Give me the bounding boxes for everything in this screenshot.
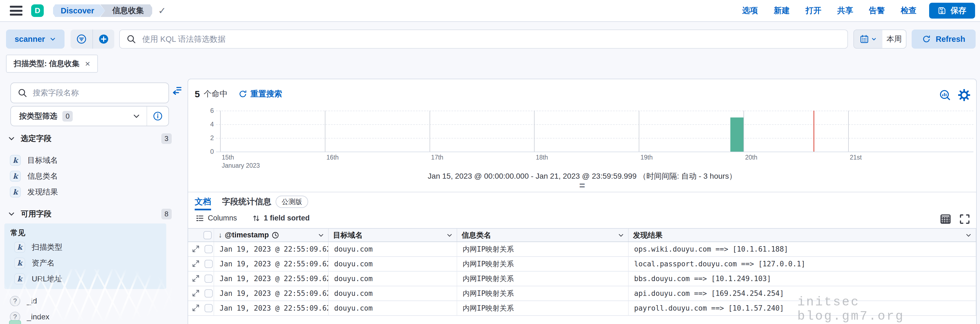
tab-label: 字段统计信息 <box>222 196 271 207</box>
column-label: 发现结果 <box>633 230 663 240</box>
field-item[interactable]: k目标域名 <box>0 152 184 168</box>
gear-icon[interactable] <box>958 89 970 101</box>
search-icon <box>18 88 27 98</box>
cell-info-type: 内网IP映射关系 <box>457 257 628 271</box>
field-name: 信息类名 <box>27 171 58 181</box>
row-checkbox[interactable] <box>205 289 213 297</box>
x-gridline <box>848 111 849 152</box>
type-filter-count-badge: 0 <box>62 111 73 122</box>
table-header-cell[interactable]: 信息类名 <box>457 229 628 241</box>
quick-select-menu[interactable] <box>854 30 882 48</box>
list-icon <box>196 214 204 222</box>
field-name: 扫描类型 <box>32 242 62 253</box>
y-gridline <box>216 138 974 138</box>
hits-header: 5 个命中 重置搜索 <box>195 89 282 99</box>
keyword-type-icon: k <box>10 171 21 182</box>
topbar-link-6[interactable]: 检查 <box>901 5 916 16</box>
remove-filter-icon[interactable]: × <box>85 59 90 69</box>
field-name: _index <box>27 313 49 321</box>
save-button[interactable]: 保存 <box>929 3 975 19</box>
resize-handle[interactable]: = <box>579 181 585 191</box>
field-item[interactable]: kURL地址 <box>5 271 166 287</box>
refresh-button[interactable]: Refresh <box>912 30 975 49</box>
row-checkbox[interactable] <box>205 304 213 312</box>
collapse-sidebar-icon[interactable] <box>172 84 183 95</box>
saved-query-menu-button[interactable] <box>70 30 92 49</box>
table-header-controls-cell <box>188 229 214 241</box>
table-row: Jan 19, 2023 @ 22:55:09.621douyu.com内网IP… <box>188 257 976 272</box>
hits-count: 5 <box>195 89 200 99</box>
row-controls-cell <box>188 242 214 256</box>
results-panel: 5 个命中 重置搜索 024615thJanuary 202316th17th1… <box>188 79 977 324</box>
expand-document-icon[interactable] <box>191 259 200 268</box>
expand-document-icon[interactable] <box>191 274 200 283</box>
row-checkbox[interactable] <box>205 275 213 283</box>
kql-search-box <box>119 30 848 49</box>
field-item[interactable]: ?_index <box>0 309 184 324</box>
chevron-down-icon <box>965 232 972 238</box>
tab-field-statistics[interactable]: 字段统计信息公测版 <box>222 195 308 210</box>
tab-documents[interactable]: 文档 <box>195 195 211 210</box>
field-item[interactable]: ?_id <box>0 293 184 309</box>
topbar-link-4[interactable]: 共享 <box>837 5 853 16</box>
row-controls-cell <box>188 301 214 315</box>
row-controls-cell <box>188 257 214 271</box>
topbar-link-2[interactable]: 新建 <box>774 5 790 16</box>
histogram-plot[interactable]: 024615thJanuary 202316th17th18th19th20th… <box>216 111 974 152</box>
field-item[interactable]: k扫描类型 <box>5 239 166 255</box>
filter-pill[interactable]: 扫描类型: 信息收集 × <box>6 55 98 73</box>
time-range-label[interactable]: 本周 <box>882 30 906 48</box>
filter-controls-group <box>70 30 114 49</box>
field-name: _id <box>27 297 37 305</box>
row-checkbox[interactable] <box>205 260 213 268</box>
view-tabs: 文档字段统计信息公测版 <box>195 195 308 210</box>
topbar-link-1[interactable]: 选项 <box>742 5 758 16</box>
cell-result: local.passport.douyu.com ==> [127.0.0.1] <box>628 257 976 271</box>
field-name: 目标域名 <box>27 155 58 165</box>
field-item[interactable]: k信息类名 <box>0 168 184 184</box>
x-axis-line <box>216 152 974 152</box>
inspect-icon[interactable] <box>939 89 951 101</box>
save-icon <box>938 6 946 15</box>
column-label: 信息类名 <box>461 230 491 240</box>
fullscreen-icon[interactable] <box>959 213 971 225</box>
data-view-picker[interactable]: scanner <box>6 30 65 49</box>
topbar-link-3[interactable]: 打开 <box>805 5 821 16</box>
histogram-bar[interactable] <box>730 118 743 152</box>
refresh-icon <box>922 35 931 43</box>
breadcrumb-saved-search[interactable]: 信息收集 <box>100 4 152 17</box>
expand-document-icon[interactable] <box>191 245 200 254</box>
table-header-cell[interactable]: 发现结果 <box>628 229 976 241</box>
keyword-type-icon: k <box>14 273 25 284</box>
menu-icon[interactable] <box>10 6 22 16</box>
chevron-down-icon <box>8 135 15 142</box>
add-filter-button[interactable] <box>92 30 114 49</box>
available-fields-header[interactable]: 可用字段 8 <box>0 207 184 221</box>
display-options-icon[interactable] <box>940 213 951 225</box>
field-item[interactable]: k发现结果 <box>0 184 184 200</box>
row-checkbox[interactable] <box>205 245 213 253</box>
breadcrumb-discover[interactable]: Discover <box>53 4 105 17</box>
table-header-cell[interactable]: 目标域名 <box>329 229 457 241</box>
reset-search-link[interactable]: 重置搜索 <box>239 89 282 99</box>
expand-document-icon[interactable] <box>191 304 200 313</box>
selected-fields-header[interactable]: 选定字段 3 <box>0 132 184 145</box>
table-header-cell[interactable]: ↓@timestamp <box>214 229 329 241</box>
sort-descending-icon: ↓ <box>218 231 222 239</box>
sort-fields-button[interactable]: 1 field sorted <box>251 214 312 222</box>
popular-fields-list: k扫描类型k资产名kURL地址 <box>5 239 166 287</box>
columns-button[interactable]: Columns <box>194 214 239 222</box>
y-axis-tick-label: 6 <box>197 107 214 114</box>
available-fields-count-badge: 8 <box>161 209 172 219</box>
kql-search-input[interactable] <box>142 35 841 44</box>
space-avatar[interactable]: D <box>31 4 44 17</box>
topbar-link-5[interactable]: 告警 <box>869 5 885 16</box>
filter-by-type-dropdown[interactable]: 按类型筛选 0 <box>10 106 169 126</box>
field-item[interactable]: k资产名 <box>5 255 166 271</box>
select-all-checkbox[interactable] <box>204 231 212 239</box>
grid-display-actions <box>940 213 971 225</box>
field-search-input[interactable] <box>32 88 162 97</box>
info-icon[interactable] <box>147 111 169 121</box>
x-axis-tick-label: 18th <box>536 154 548 161</box>
expand-document-icon[interactable] <box>191 289 200 298</box>
